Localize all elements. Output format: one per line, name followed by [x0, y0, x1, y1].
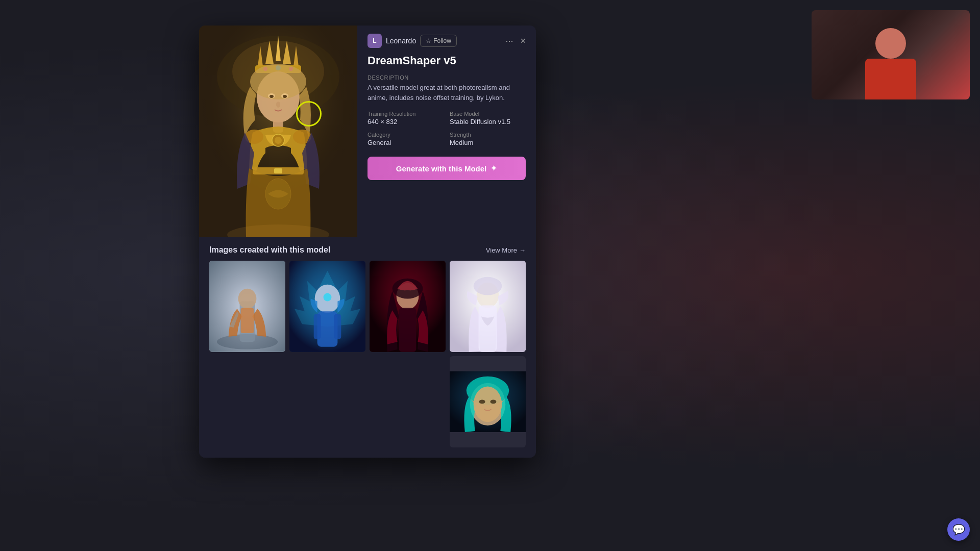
svg-rect-40 [314, 314, 321, 339]
character-svg [199, 26, 357, 237]
svg-rect-41 [334, 314, 341, 339]
svg-point-22 [275, 137, 282, 144]
base-model-item: Base Model Stable Diffusion v1.5 [450, 111, 526, 126]
strength-label: Strength [450, 132, 526, 138]
gallery-svg-4 [450, 261, 526, 352]
generate-icon: ✦ [491, 164, 497, 173]
model-detail-modal: L Leonardo ☆ Follow ··· × DreamShaper v5… [199, 26, 536, 458]
base-model-value: Stable Diffusion v1.5 [450, 118, 526, 126]
images-header: Images created with this model View More… [209, 237, 526, 261]
svg-rect-51 [479, 305, 497, 352]
gallery-image-3 [370, 261, 446, 352]
gallery-grid [209, 261, 526, 447]
gallery-item[interactable] [450, 356, 526, 447]
strength-value: Medium [450, 139, 526, 146]
base-model-label: Base Model [450, 111, 526, 117]
svg-point-17 [270, 95, 274, 98]
close-button[interactable]: × [520, 36, 526, 46]
gallery-svg-1 [209, 261, 285, 352]
svg-point-42 [324, 293, 332, 302]
meta-grid: Training Resolution 640 × 832 Base Model… [368, 111, 526, 146]
follow-button[interactable]: ☆ Follow [420, 35, 457, 47]
gallery-image-2 [289, 261, 365, 352]
svg-rect-34 [241, 308, 254, 333]
gallery-item[interactable] [450, 261, 526, 352]
modal-bottom-section: Images created with this model View More… [199, 237, 536, 458]
hero-image-panel [199, 26, 357, 237]
gallery-item[interactable] [370, 261, 446, 352]
svg-rect-46 [399, 308, 416, 352]
category-value: General [368, 139, 444, 146]
description-text: A versatile model great at both photorea… [368, 83, 526, 103]
gallery-image-1 [209, 261, 285, 352]
webcam-content [812, 10, 970, 99]
chat-icon: 💬 [952, 523, 965, 536]
model-title: DreamShaper v5 [368, 54, 526, 67]
view-more-arrow: → [519, 246, 526, 254]
gallery-image-4 [450, 261, 526, 352]
webcam-overlay [812, 10, 970, 99]
svg-point-59 [490, 399, 496, 404]
images-section-title: Images created with this model [209, 245, 330, 255]
modal-top-section: L Leonardo ☆ Follow ··· × DreamShaper v5… [199, 26, 536, 237]
person-body [865, 59, 916, 99]
generate-button-label: Generate with this Model [396, 164, 487, 173]
svg-point-33 [238, 289, 257, 309]
svg-point-18 [283, 95, 287, 98]
training-resolution-label: Training Resolution [368, 111, 444, 117]
right-info-panel: L Leonardo ☆ Follow ··· × DreamShaper v5… [357, 26, 536, 237]
more-options-button[interactable]: ··· [502, 35, 516, 47]
svg-point-58 [479, 399, 485, 404]
svg-point-19 [276, 102, 280, 108]
person-head [875, 28, 906, 59]
user-info: L Leonardo ☆ Follow [368, 34, 457, 48]
svg-point-57 [474, 386, 502, 422]
training-resolution-item: Training Resolution 640 × 832 [368, 111, 444, 126]
gallery-item[interactable] [209, 261, 285, 352]
category-label: Category [368, 132, 444, 138]
strength-item: Strength Medium [450, 132, 526, 146]
highlight-circle [296, 101, 322, 127]
generate-button[interactable]: Generate with this Model ✦ [368, 157, 526, 180]
training-resolution-value: 640 × 832 [368, 118, 444, 126]
gallery-svg-3 [370, 261, 446, 352]
gallery-svg-2 [289, 261, 365, 352]
gallery-svg-5 [450, 356, 526, 447]
star-icon: ☆ [426, 37, 431, 44]
svg-point-52 [474, 277, 502, 295]
panel-header: L Leonardo ☆ Follow ··· × [368, 34, 526, 48]
avatar: L [368, 34, 382, 48]
gallery-image-5 [450, 356, 526, 447]
category-item: Category General [368, 132, 444, 146]
view-more-link[interactable]: View More → [486, 246, 526, 254]
header-actions: ··· × [502, 35, 526, 47]
description-label: Description [368, 74, 526, 81]
chat-button[interactable]: 💬 [947, 518, 970, 541]
user-name: Leonardo [386, 37, 416, 45]
svg-rect-26 [274, 168, 282, 173]
svg-point-14 [250, 64, 306, 99]
gallery-item[interactable] [289, 261, 365, 352]
person-figure [865, 28, 916, 99]
